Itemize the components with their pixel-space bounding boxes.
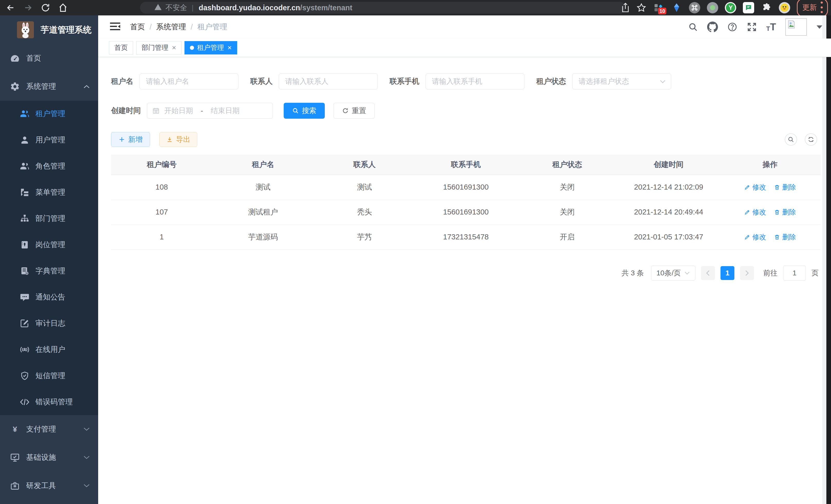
avatar-dropdown-caret-icon[interactable]: [816, 25, 822, 29]
tag-dept[interactable]: 部门管理 ×: [136, 41, 181, 55]
page-number-1[interactable]: 1: [720, 266, 735, 280]
create-time-range-picker[interactable]: 开始日期 - 结束日期: [147, 103, 273, 119]
sidebar-item-menu[interactable]: 菜单管理: [0, 179, 98, 206]
shield-check-icon: [19, 371, 30, 381]
sidebar-item-label: 租户管理: [35, 109, 65, 119]
tag-label: 租户管理: [197, 43, 224, 52]
sidebar-item-tenant[interactable]: 租户管理: [0, 101, 98, 127]
breadcrumb-home[interactable]: 首页: [130, 22, 145, 32]
sidebar-item-sms[interactable]: 短信管理: [0, 363, 98, 389]
sidebar-item-online-users[interactable]: 在线用户: [0, 336, 98, 363]
sidebar-item-label: 基础设施: [26, 452, 56, 463]
fullscreen-icon[interactable]: [747, 22, 757, 32]
sidebar: 芋道管理系统 首页 系统管理: [0, 16, 98, 504]
status-select[interactable]: 请选择租户状态: [572, 73, 671, 89]
sidebar-collapse-icon[interactable]: [110, 22, 121, 32]
edit-link[interactable]: 修改: [744, 233, 766, 242]
filter-row-1: 租户名 联系人 联系手机 租户状态 请选择租户状态: [111, 73, 821, 89]
toolbox-icon: [9, 481, 21, 491]
edit-link[interactable]: 修改: [744, 183, 766, 192]
share-icon[interactable]: [621, 3, 630, 12]
cell-tenant-name: 芋道源码: [212, 225, 314, 249]
prev-page-button[interactable]: [701, 266, 715, 280]
browser-back-icon[interactable]: [6, 3, 16, 12]
close-icon[interactable]: ×: [172, 44, 176, 51]
page-size-select[interactable]: 10条/页: [651, 266, 695, 280]
main-area: 首页 / 系统管理 / 租户管理: [98, 16, 831, 504]
mobile-input[interactable]: [426, 73, 524, 89]
extension-command-icon[interactable]: [689, 2, 700, 13]
page-suffix-label: 页: [811, 268, 819, 278]
chevron-up-icon: [83, 85, 90, 90]
sidebar-item-dept[interactable]: 部门管理: [0, 206, 98, 232]
search-button[interactable]: 搜索: [284, 103, 325, 119]
sidebar-item-payment[interactable]: ¥ 支付管理: [0, 415, 98, 443]
bookmark-star-icon[interactable]: [636, 3, 646, 12]
screen: 不安全 | dashboard.yudao.iocoder.cn/system/…: [0, 0, 831, 504]
sidebar-item-label: 字典管理: [35, 266, 65, 276]
browser-update-button[interactable]: 更新 •••: [797, 0, 828, 17]
tenant-table: 租户编号 租户名 联系人 联系手机 租户状态 创建时间 操作 108 测试: [111, 155, 821, 250]
browser-forward-icon[interactable]: [23, 3, 33, 12]
sidebar-item-infra[interactable]: 基础设施: [0, 443, 98, 472]
browser-reload-icon[interactable]: [40, 3, 50, 12]
extension-y-icon[interactable]: Y: [725, 2, 736, 13]
chevron-down-icon: [660, 80, 666, 84]
goto-page-input[interactable]: [783, 266, 806, 280]
table-search-toggle-button[interactable]: [785, 133, 797, 146]
extension-dot-icon[interactable]: [707, 2, 718, 13]
page-content: 租户名 联系人 联系手机 租户状态 请选择租户状态: [98, 57, 831, 280]
sidebar-item-home[interactable]: 首页: [0, 44, 98, 72]
extensions-puzzle-icon[interactable]: [761, 2, 772, 13]
sidebar-item-audit-log[interactable]: 审计日志: [0, 310, 98, 336]
github-icon[interactable]: [707, 22, 718, 32]
extension-tag-manager-icon[interactable]: 10: [653, 2, 664, 13]
tag-tenant[interactable]: 租户管理 ×: [184, 41, 237, 55]
export-button[interactable]: 导出: [159, 132, 197, 147]
app-logo-row[interactable]: 芋道管理系统: [0, 16, 98, 44]
profile-avatar-icon[interactable]: [779, 2, 790, 13]
tag-home[interactable]: 首页: [109, 41, 133, 55]
reset-button[interactable]: 重置: [334, 103, 375, 119]
mobile-label: 联系手机: [390, 76, 419, 87]
contact-input[interactable]: [279, 73, 378, 89]
browser-home-icon[interactable]: [58, 3, 68, 12]
address-bar[interactable]: 不安全 | dashboard.yudao.iocoder.cn/system/…: [140, 2, 626, 13]
sidebar-item-role[interactable]: 角色管理: [0, 153, 98, 179]
sidebar-item-label: 角色管理: [35, 161, 65, 171]
page-scrollbar[interactable]: [822, 16, 826, 504]
sidebar-item-system[interactable]: 系统管理: [0, 72, 98, 101]
avatar[interactable]: [785, 18, 807, 36]
help-icon[interactable]: [727, 22, 738, 32]
tenant-name-input[interactable]: [140, 73, 238, 89]
sidebar-item-user[interactable]: 用户管理: [0, 127, 98, 153]
cell-mobile: 15601691300: [415, 200, 517, 225]
online-signal-icon: [19, 345, 30, 355]
extension-gem-icon[interactable]: [671, 2, 682, 13]
header-search-icon[interactable]: [688, 22, 698, 32]
table-refresh-button[interactable]: [805, 133, 817, 146]
delete-link[interactable]: 删除: [774, 233, 796, 242]
font-size-icon[interactable]: TT: [766, 22, 776, 32]
sidebar-item-notice[interactable]: 通知公告: [0, 284, 98, 310]
sidebar-item-post[interactable]: 岗位管理: [0, 232, 98, 258]
edit-link[interactable]: 修改: [744, 208, 766, 217]
add-button[interactable]: 新增: [111, 132, 150, 147]
next-page-button[interactable]: [740, 266, 754, 280]
table-row: 1 芋道源码 芋艿 17321315478 开启 2021-01-05 17:0…: [111, 225, 821, 249]
system-submenu: 租户管理 用户管理 角色管理: [0, 101, 98, 415]
sidebar-item-label: 用户管理: [35, 135, 65, 145]
window-edge: [826, 16, 831, 504]
sidebar-item-error-code[interactable]: 错误码管理: [0, 389, 98, 415]
close-icon[interactable]: ×: [227, 44, 231, 51]
table-row: 107 测试租户 秃头 15601691300 关闭 2021-12-14 20…: [111, 200, 821, 225]
delete-link[interactable]: 删除: [774, 183, 796, 192]
delete-link[interactable]: 删除: [774, 208, 796, 217]
sidebar-item-devtools[interactable]: 研发工具: [0, 472, 98, 500]
extension-badge: 10: [658, 8, 666, 14]
extension-chat-icon[interactable]: [743, 2, 754, 13]
browser-menu-icon[interactable]: •••: [820, 0, 823, 14]
col-created: 创建时间: [618, 155, 719, 175]
breadcrumb-section[interactable]: 系统管理: [156, 22, 186, 32]
sidebar-item-dict[interactable]: 字典管理: [0, 258, 98, 284]
